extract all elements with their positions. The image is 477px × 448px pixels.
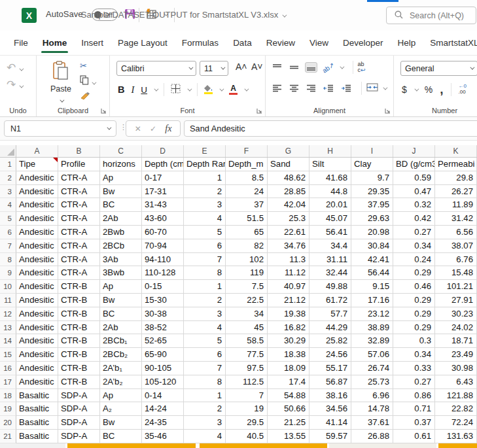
cell-D19[interactable]: 14-24 (142, 402, 184, 416)
cell-G4[interactable]: 42.04 (268, 198, 309, 212)
merge-chevron-icon[interactable] (383, 85, 387, 90)
cell-C15[interactable]: 2BCb₂ (100, 348, 142, 362)
cell-J11[interactable]: 0.29 (393, 294, 435, 307)
ribbon-tab-view[interactable]: View (302, 32, 336, 54)
cell-H21[interactable]: 59.57 (309, 430, 351, 443)
cell-A4[interactable]: Andesitic (16, 198, 58, 212)
cell-D18[interactable]: 0-14 (142, 389, 184, 403)
cell-B11[interactable]: CTR-B (58, 294, 100, 307)
cell-F3[interactable]: 24 (226, 185, 268, 199)
cell-K11[interactable]: 27.91 (435, 294, 477, 307)
column-header-B[interactable]: B (58, 145, 100, 157)
cell-E21[interactable]: 4 (184, 430, 226, 443)
cell-G8[interactable]: 11.3 (268, 253, 309, 267)
cell-H8[interactable]: 31.11 (309, 253, 351, 267)
cell-I1[interactable]: Clay (351, 158, 393, 171)
cell-B12[interactable]: CTR-B (58, 307, 100, 321)
cell-C6[interactable]: 2Bwb (100, 226, 142, 239)
cell-D3[interactable]: 17-31 (142, 185, 184, 199)
cell-C1[interactable]: horizons (100, 158, 142, 171)
cell-C19[interactable]: A₂ (100, 402, 142, 416)
cell-K13[interactable]: 24.02 (435, 321, 477, 335)
cell-G10[interactable]: 40.97 (268, 280, 309, 294)
cell-I19[interactable]: 14.78 (351, 402, 393, 416)
cell-C8[interactable]: 3Ab (100, 253, 142, 267)
cell-D12[interactable]: 30-38 (142, 307, 184, 321)
cell-G15[interactable]: 18.38 (268, 348, 309, 362)
row-header-18[interactable]: 18 (0, 389, 16, 403)
cell-D20[interactable]: 24-35 (142, 416, 184, 430)
redo-button[interactable]: ↷ (7, 79, 22, 90)
decrease-indent-button[interactable] (322, 83, 335, 94)
cell-K16[interactable]: 30.98 (435, 362, 477, 375)
cell-B21[interactable]: SDP-A (58, 430, 100, 443)
row-header-1[interactable]: 1 (0, 158, 16, 171)
cell-J9[interactable]: 0.29 (393, 266, 435, 280)
cell-E13[interactable]: 4 (184, 321, 226, 335)
ribbon-tab-insert[interactable]: Insert (74, 32, 111, 54)
cell-G5[interactable]: 25.3 (268, 212, 309, 226)
row-header-5[interactable]: 5 (0, 212, 16, 226)
row-header-15[interactable]: 15 (0, 348, 16, 362)
cell-C14[interactable]: 2BCb₁ (100, 334, 142, 348)
cell-B15[interactable]: CTR-B (58, 348, 100, 362)
cell-C20[interactable]: Bw (100, 416, 142, 430)
ribbon-tab-formulas[interactable]: Formulas (175, 32, 226, 54)
fill-color-button[interactable] (204, 85, 213, 95)
cell-C13[interactable]: 2Ab (100, 321, 142, 335)
cell-C10[interactable]: Ap (100, 280, 142, 294)
undo-button[interactable]: ↶ (7, 62, 22, 73)
cell-B1[interactable]: Profile (58, 158, 100, 171)
name-box[interactable]: N1 (4, 120, 116, 137)
cell-C7[interactable]: 2BCb (100, 239, 142, 253)
cell-E10[interactable]: 1 (184, 280, 226, 294)
cell-I6[interactable]: 20.98 (351, 226, 393, 239)
cell-A12[interactable]: Andesitic (16, 307, 58, 321)
cell-I21[interactable]: 26.88 (351, 430, 393, 443)
cell-J3[interactable]: 0.47 (393, 185, 435, 199)
cell-F18[interactable]: 7 (226, 389, 268, 403)
cell-K7[interactable]: 38.07 (435, 239, 477, 253)
cell-D7[interactable]: 70-94 (142, 239, 184, 253)
cell-A8[interactable]: Andesitic (16, 253, 58, 267)
cell-A10[interactable]: Andesitic (16, 280, 58, 294)
cell-B7[interactable]: CTR-A (58, 239, 100, 253)
ribbon-tab-developer[interactable]: Developer (336, 32, 391, 54)
cell-H17[interactable]: 56.87 (309, 375, 351, 389)
cell-G1[interactable]: Sand (268, 158, 309, 171)
cell-D8[interactable]: 94-110 (142, 253, 184, 267)
cell-H20[interactable]: 41.14 (309, 416, 351, 430)
cell-E12[interactable]: 3 (184, 307, 226, 321)
cell-H19[interactable]: 34.56 (309, 402, 351, 416)
cell-I15[interactable]: 57.06 (351, 348, 393, 362)
cell-F10[interactable]: 7.5 (226, 280, 268, 294)
cell-A9[interactable]: Andesitic (16, 266, 58, 280)
row-header-3[interactable]: 3 (0, 185, 16, 199)
cell-G2[interactable]: 48.62 (268, 171, 309, 185)
row-header-6[interactable]: 6 (0, 226, 16, 239)
cell-K9[interactable]: 15.48 (435, 266, 477, 280)
cell-C4[interactable]: BC (100, 198, 142, 212)
cell-F8[interactable]: 102 (226, 253, 268, 267)
increase-indent-button[interactable] (340, 83, 353, 94)
cell-I9[interactable]: 56.44 (351, 266, 393, 280)
font-color-button[interactable]: A (229, 84, 238, 95)
cell-J17[interactable]: 0.27 (393, 375, 435, 389)
increase-decimal-button[interactable]: ←0 .00 (459, 84, 467, 95)
cell-H13[interactable]: 44.29 (309, 321, 351, 335)
cell-E18[interactable]: 1 (184, 389, 226, 403)
cell-K21[interactable]: 131.63 (435, 430, 477, 443)
cell-B9[interactable]: CTR-A (58, 266, 100, 280)
row-header-19[interactable]: 19 (0, 402, 16, 416)
cell-E6[interactable]: 5 (184, 226, 226, 239)
cell-G6[interactable]: 22.61 (268, 226, 309, 239)
cell-C16[interactable]: 2A’b₁ (100, 362, 142, 375)
cell-H10[interactable]: 49.88 (309, 280, 351, 294)
cell-D10[interactable]: 0-15 (142, 280, 184, 294)
cell-K6[interactable]: 6.56 (435, 226, 477, 239)
cell-E11[interactable]: 2 (184, 294, 226, 307)
row-header-16[interactable]: 16 (0, 362, 16, 375)
cell-G12[interactable]: 19.38 (268, 307, 309, 321)
cell-F21[interactable]: 40.5 (226, 430, 268, 443)
cell-D15[interactable]: 65-90 (142, 348, 184, 362)
